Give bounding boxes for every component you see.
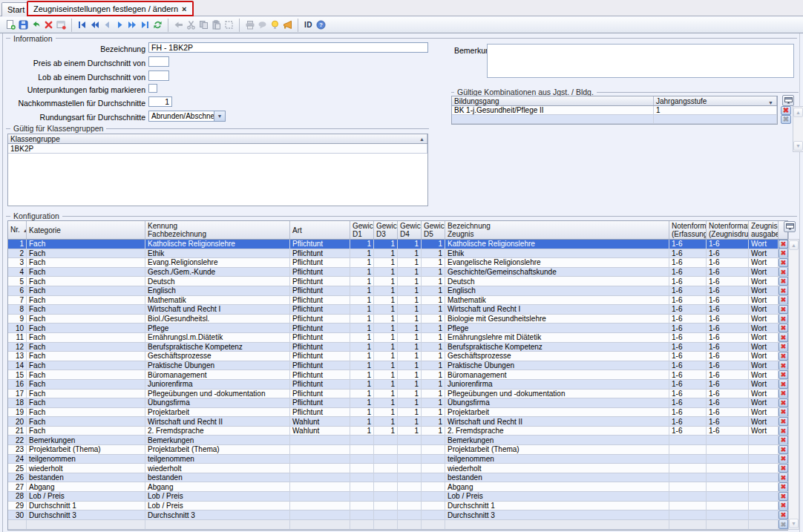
delete-row-icon[interactable]: ✖ bbox=[779, 464, 788, 473]
delete-row-icon[interactable]: ✖ bbox=[779, 520, 788, 530]
scroll-up-icon[interactable]: ▲ bbox=[789, 240, 799, 250]
delete-row-icon[interactable]: ✖ bbox=[779, 352, 788, 361]
konfiguration-row[interactable]: 27AbgangAbgangAbgang✖ bbox=[8, 482, 787, 492]
konfiguration-column-chooser-button[interactable] bbox=[784, 221, 796, 232]
konfiguration-col-art[interactable]: Art bbox=[290, 221, 350, 239]
delete-row-icon[interactable]: ✖ bbox=[779, 286, 788, 295]
konfiguration-row[interactable]: 15FachBüromanagementPflichtunt1111Büroma… bbox=[8, 370, 787, 380]
konfiguration-row[interactable]: 29Durchschnitt 1Lob / PreisDurchschnitt … bbox=[8, 502, 787, 511]
tab-zeugniseinstellungen[interactable]: Zeugniseinstellungen festlegen / ändern … bbox=[27, 1, 194, 16]
konfiguration-row[interactable]: 2FachEthikPflichtunt1111Ethik1-61-6Wort✖ bbox=[8, 249, 787, 259]
konfiguration-row[interactable]: 9FachBiol./Gesundheitsl.Pflichtunt1111Bi… bbox=[8, 315, 787, 324]
klassengruppen-col-klassengruppe[interactable]: Klassengruppe ▲ bbox=[8, 134, 427, 143]
select-region-icon[interactable] bbox=[223, 19, 235, 32]
delete-row-icon[interactable]: ✖ bbox=[779, 277, 788, 286]
konfiguration-row[interactable]: 24teilgenommenteilgenommenteilgenommen✖ bbox=[8, 455, 787, 464]
delete-icon[interactable] bbox=[42, 19, 55, 32]
konfiguration-col-kategorie[interactable]: Kategorie bbox=[27, 221, 145, 239]
delete-row-icon[interactable]: ✖ bbox=[779, 408, 788, 417]
delete-row-icon[interactable]: ✖ bbox=[779, 324, 788, 332]
konfiguration-row[interactable]: 25wiederholtwiederholtwiederholt✖ bbox=[8, 464, 787, 473]
konfiguration-new-row[interactable]: ✖ bbox=[8, 520, 787, 530]
konfiguration-row[interactable]: 7FachMathematikPflichtunt1111Mathematik1… bbox=[8, 296, 787, 306]
delete-row-icon[interactable]: ✖ bbox=[779, 445, 788, 454]
copy-icon[interactable] bbox=[197, 19, 210, 32]
save-icon[interactable] bbox=[17, 19, 30, 32]
konfiguration-row[interactable]: 4FachGesch./Gem.-KundePflichtunt1111Gesc… bbox=[8, 268, 787, 278]
rundungsart-select[interactable]: Abrunden/Abschneiden ▼ bbox=[148, 111, 226, 122]
preis-ab-durchschnitt-input[interactable] bbox=[148, 56, 169, 67]
delete-row-icon[interactable]: ✖ bbox=[779, 333, 788, 342]
konfiguration-row[interactable]: 3FachEvang.ReligionslehrePflichtunt1111E… bbox=[8, 258, 787, 268]
konfiguration-row[interactable]: 30Durchschnitt 3Durchschnitt 3Durchschni… bbox=[8, 510, 787, 520]
paste-icon[interactable] bbox=[210, 19, 223, 32]
delete-row-icon[interactable]: ✖ bbox=[779, 380, 788, 389]
kombinationen-col-bildungsgang[interactable]: Bildungsgang bbox=[452, 96, 654, 105]
delete-row-icon[interactable]: ✖ bbox=[779, 436, 788, 444]
konfiguration-row[interactable]: 11FachErnährungsl.m.DiätetikPflichtunt11… bbox=[8, 333, 787, 343]
undo-icon[interactable] bbox=[30, 19, 42, 32]
delete-row-icon[interactable]: ✖ bbox=[779, 370, 788, 379]
nav-fast-prev-icon[interactable] bbox=[88, 19, 101, 32]
delete-row-icon[interactable]: ✖ bbox=[779, 343, 788, 352]
konfiguration-row[interactable]: 8FachWirtschaft und Recht IPflichtunt111… bbox=[8, 305, 787, 315]
delete-row-icon[interactable]: ✖ bbox=[779, 268, 788, 277]
hint-bulb-icon[interactable] bbox=[269, 19, 281, 32]
delete-row-icon[interactable]: ✖ bbox=[779, 482, 788, 491]
bezeichnung-input[interactable]: FH - 1BK2P bbox=[148, 42, 428, 53]
delete-row-icon[interactable]: ✖ bbox=[779, 502, 788, 510]
konfiguration-col-notenformat-erfassung[interactable]: Notenformat(Erfassung) bbox=[669, 221, 707, 239]
delete-row-icon[interactable]: ✖ bbox=[781, 106, 791, 115]
scroll-up-icon[interactable]: ▲ bbox=[793, 108, 803, 117]
konfiguration-col-nr[interactable]: Nr.▲ bbox=[8, 221, 27, 239]
back-arrow-icon[interactable] bbox=[172, 19, 185, 32]
delete-row-icon[interactable]: ✖ bbox=[779, 296, 788, 305]
konfiguration-row[interactable]: 23Projektarbeit (Thema)Projektarbeit (Th… bbox=[8, 445, 787, 455]
kombinationen-row[interactable] bbox=[452, 115, 777, 124]
nav-first-icon[interactable] bbox=[76, 19, 88, 32]
konfiguration-scrollbar[interactable]: ▲ ▼ bbox=[788, 239, 799, 530]
edit-form-icon[interactable] bbox=[55, 19, 68, 32]
konfiguration-col-zeugnis[interactable]: BezeichnungZeugnis bbox=[445, 221, 669, 239]
konfiguration-col-gewicht-d5[interactable]: GewichtD5 bbox=[422, 221, 445, 239]
new-record-icon[interactable] bbox=[4, 19, 17, 32]
konfiguration-row[interactable]: 12FachBerufspraktische KompetenzPflichtu… bbox=[8, 343, 787, 352]
klassengruppen-row[interactable]: 1BK2P bbox=[8, 144, 427, 154]
konfiguration-col-gewicht-d4[interactable]: GewichtD4 bbox=[398, 221, 422, 239]
scroll-down-icon[interactable]: ▼ bbox=[789, 519, 799, 528]
delete-row-icon[interactable]: ✖ bbox=[779, 510, 788, 519]
konfiguration-row[interactable]: 19FachProjektarbeitPflichtunt1111Projekt… bbox=[8, 408, 787, 418]
print-icon[interactable] bbox=[243, 19, 256, 32]
nav-fast-next-icon[interactable] bbox=[126, 19, 139, 32]
rundungsart-dropdown-button[interactable]: ▼ bbox=[214, 111, 225, 121]
notify-horn-icon[interactable] bbox=[281, 19, 294, 32]
lob-ab-durchschnitt-input[interactable] bbox=[148, 70, 169, 81]
konfiguration-row[interactable]: 1FachKatholische ReligionslehrePflichtun… bbox=[8, 240, 787, 249]
delete-row-icon[interactable]: ✖ bbox=[779, 315, 788, 324]
filter-dropdown-icon[interactable]: ▼ bbox=[768, 99, 773, 105]
konfiguration-col-zeugnisausgabe[interactable]: Zeugnis-ausgabe bbox=[749, 221, 779, 239]
cut-icon[interactable] bbox=[185, 19, 197, 32]
tab-zeugniseinstellungen-close-icon[interactable]: × bbox=[182, 5, 186, 13]
kombinationen-scrollbar[interactable]: ▲ ▼ bbox=[793, 106, 803, 152]
delete-row-icon[interactable]: ✖ bbox=[779, 473, 788, 482]
konfiguration-row[interactable]: 20FachWirtschaft und Recht IIWahlunt1111… bbox=[8, 417, 787, 427]
delete-row-icon[interactable]: ✖ bbox=[779, 455, 788, 464]
konfiguration-row[interactable]: 10FachPflegePflichtunt1111Pflege1-61-6Wo… bbox=[8, 324, 787, 333]
konfiguration-row[interactable]: 6FachEnglischPflichtunt1111Englisch1-61-… bbox=[8, 286, 787, 296]
scroll-down-icon[interactable]: ▼ bbox=[793, 141, 803, 151]
delete-row-icon[interactable]: ✖ bbox=[779, 361, 788, 370]
kombinationen-row[interactable]: BK 1-j.Gesundheit/Pflege II1 bbox=[452, 106, 777, 115]
delete-row-icon[interactable]: ✖ bbox=[779, 249, 788, 258]
delete-row-icon[interactable]: ✖ bbox=[781, 115, 791, 124]
nav-next-icon[interactable] bbox=[114, 19, 126, 32]
delete-row-icon[interactable]: ✖ bbox=[779, 427, 788, 436]
konfiguration-row[interactable]: 21Fach2. FremdspracheWahlunt11112. Fremd… bbox=[8, 427, 787, 436]
konfiguration-row[interactable]: 22BemerkungenBemerkungenBemerkungen✖ bbox=[8, 436, 787, 445]
delete-row-icon[interactable]: ✖ bbox=[779, 398, 788, 407]
bemerkung-textarea[interactable] bbox=[487, 44, 794, 78]
kombinationen-col-jahrgangsstufe[interactable]: Jahrgangsstufe ▼ bbox=[654, 96, 777, 105]
nachkommastellen-input[interactable]: 1 bbox=[148, 96, 172, 107]
unterpunktungen-checkbox[interactable] bbox=[148, 84, 157, 93]
kombinationen-column-chooser-button[interactable] bbox=[782, 95, 794, 106]
